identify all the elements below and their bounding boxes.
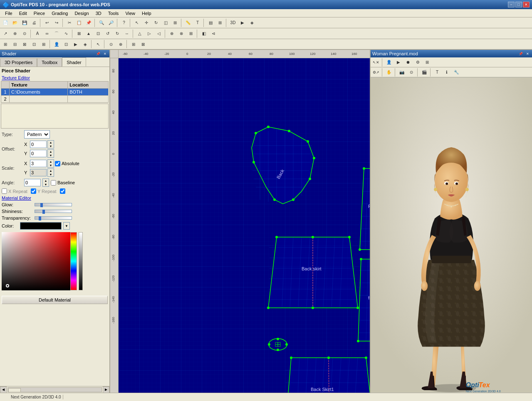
scroll-left-button[interactable]: ◀	[0, 386, 7, 393]
offset-x-input[interactable]	[30, 141, 47, 148]
tb2-btn13[interactable]: ↔	[122, 29, 131, 38]
scale-x-down[interactable]: ▼	[48, 163, 54, 167]
canvas-area[interactable]: -60 -40 -20 0 20 40 60 80 100 120 140 16…	[110, 50, 370, 393]
panel-close-button[interactable]: ✕	[102, 51, 108, 56]
back-skirt1-piece[interactable]: Back Skirt1	[284, 356, 370, 393]
tb2-btn8[interactable]: ⊠	[74, 29, 84, 38]
back-skirt-piece[interactable]: Back skirt	[267, 236, 359, 309]
baseline-checkbox[interactable]	[51, 180, 56, 186]
rt-model-button[interactable]: 👤	[384, 58, 393, 67]
offset-y-up[interactable]: ▲	[48, 150, 54, 153]
glow-slider[interactable]	[35, 203, 72, 206]
rt-settings-button[interactable]: ⚙	[413, 58, 422, 67]
maximize-button[interactable]: □	[515, 2, 522, 7]
measure-button[interactable]: 📏	[183, 18, 193, 27]
menu-piece[interactable]: Piece	[30, 10, 49, 17]
redo-button[interactable]: ↪	[52, 18, 61, 27]
offset-x-up[interactable]: ▲	[48, 141, 54, 144]
mirror-button[interactable]: ◫	[161, 18, 170, 27]
tb2-btn10[interactable]: ⊡	[94, 29, 103, 38]
rt2-btn1[interactable]: ⚙↗	[371, 68, 381, 77]
align-button[interactable]: ⊞	[215, 18, 225, 27]
tb3-btn7[interactable]: ⊡	[62, 40, 71, 49]
tb2-btn19[interactable]: ⊞	[186, 29, 195, 38]
tb3-btn8[interactable]: ▶	[71, 40, 80, 49]
tb2-btn12[interactable]: ↻	[113, 29, 122, 38]
rt2-btn2[interactable]: ✋	[384, 68, 393, 77]
zoom-in-button[interactable]: 🔍	[97, 18, 106, 27]
paste-button[interactable]: 📌	[84, 18, 93, 27]
color-gradient[interactable]	[2, 232, 70, 290]
rt2-btn8[interactable]: 🔧	[452, 68, 461, 77]
new-button[interactable]: 📄	[1, 18, 10, 27]
repeat-extra-checkbox[interactable]	[60, 188, 65, 194]
move-button[interactable]: ✛	[142, 18, 151, 27]
material-editor-link[interactable]: Material Editor	[0, 195, 109, 201]
tb2-btn2[interactable]: ⊕	[10, 29, 20, 38]
menu-edit[interactable]: Edit	[16, 10, 30, 17]
material-button[interactable]: ◈	[247, 18, 257, 27]
tb2-btn14[interactable]: △	[135, 29, 144, 38]
menu-3d[interactable]: 3D	[92, 10, 105, 17]
rt2-btn4[interactable]: ⊙	[407, 68, 416, 77]
transparency-slider[interactable]	[35, 216, 72, 220]
tb3-btn13[interactable]: ⊞	[129, 40, 138, 49]
rotate-button[interactable]: ↻	[151, 18, 161, 27]
tb2-btn15[interactable]: ▷	[145, 29, 154, 38]
right-panel-pin-button[interactable]: 📌	[518, 51, 524, 56]
row2-texture[interactable]	[10, 96, 68, 103]
texture-row-2[interactable]: 2	[1, 96, 109, 103]
texture-editor-link[interactable]: Texture Editor	[0, 74, 109, 81]
y-repeat-checkbox[interactable]	[31, 188, 36, 194]
tb2-btn9[interactable]: ▲	[84, 29, 93, 38]
help-button[interactable]: ?	[119, 18, 129, 27]
angle-input[interactable]	[24, 179, 41, 186]
scroll-right-button[interactable]: ▶	[103, 386, 109, 393]
offset-x-spin[interactable]: ▲ ▼	[47, 140, 54, 149]
tb2-btn17[interactable]: ⊕	[167, 29, 176, 38]
scale-x-spin[interactable]: ▲ ▼	[47, 159, 54, 168]
tb3-btn2[interactable]: ⊟	[10, 40, 20, 49]
close-button[interactable]: ✕	[523, 2, 530, 7]
tb2-btn21[interactable]: ⊲	[209, 29, 218, 38]
select-button[interactable]: ↖	[132, 18, 141, 27]
save-button[interactable]: 💾	[20, 18, 29, 27]
tb3-btn5[interactable]: ⊞	[39, 40, 48, 49]
menu-file[interactable]: File	[2, 10, 16, 17]
tb2-btn6[interactable]: ⌒	[52, 29, 61, 38]
cut-button[interactable]: ✂	[65, 18, 74, 27]
grade-button[interactable]: ▤	[206, 18, 215, 27]
menu-view[interactable]: View	[122, 10, 139, 17]
undo-button[interactable]: ↩	[42, 18, 52, 27]
color-dropdown-button[interactable]: ▼	[63, 222, 70, 230]
scale-y-input[interactable]	[30, 169, 47, 176]
scale-y-spin[interactable]: ▲ ▼	[47, 168, 54, 177]
tb2-btn20[interactable]: ◧	[199, 29, 208, 38]
angle-down[interactable]: ▼	[43, 183, 49, 186]
snap-button[interactable]: ⊞	[171, 18, 180, 27]
scale-y-up[interactable]: ▲	[48, 169, 54, 173]
tb2-btn18[interactable]: ⊗	[177, 29, 186, 38]
tb2-btn1[interactable]: ↗	[1, 29, 10, 38]
tb2-btn5[interactable]: ∞	[42, 29, 52, 38]
print-button[interactable]: 🖨	[30, 18, 39, 27]
tb2-btn7[interactable]: ∿	[62, 29, 71, 38]
3d-view-button[interactable]: 3D	[228, 18, 238, 27]
tb3-btn12[interactable]: ⊕	[116, 40, 125, 49]
tb3-btn10[interactable]: ↖	[94, 40, 103, 49]
tb3-btn9[interactable]: ◈	[81, 40, 90, 49]
tb3-btn4[interactable]: ⊡	[30, 40, 39, 49]
color-box[interactable]	[20, 222, 62, 230]
tb2-btn11[interactable]: ↺	[103, 29, 112, 38]
tb2-btn4[interactable]: A	[33, 29, 42, 38]
tb2-btn3[interactable]: ⊙	[20, 29, 29, 38]
left-panel-scrollbar[interactable]: ◀ ▶	[0, 386, 109, 393]
offset-y-input[interactable]	[30, 150, 47, 157]
row1-location[interactable]: BOTH	[68, 89, 109, 96]
menu-grading[interactable]: Grading	[48, 10, 71, 17]
type-select[interactable]: Pattern	[24, 130, 50, 139]
canvas-viewport[interactable]: Back	[119, 58, 370, 393]
angle-spin[interactable]: ▲ ▼	[42, 178, 49, 187]
absolute-checkbox-label[interactable]: Absolute	[55, 161, 79, 166]
rt-grid-button[interactable]: ⊞	[423, 58, 432, 67]
